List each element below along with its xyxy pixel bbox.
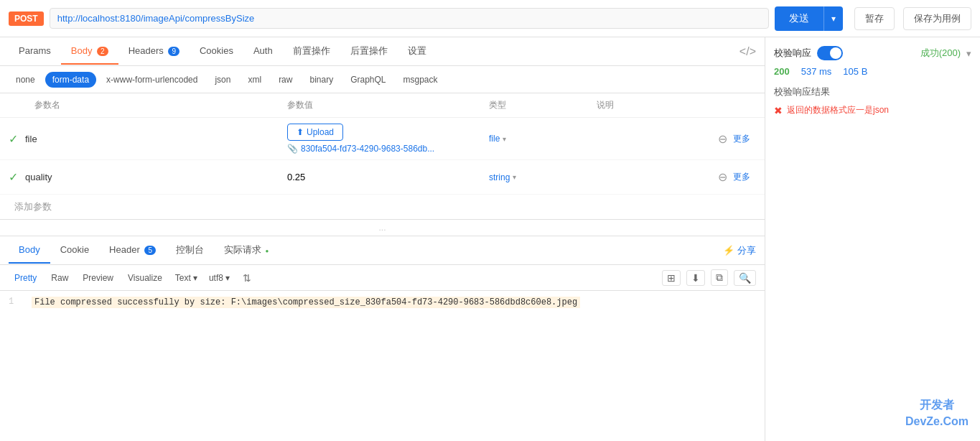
response-tab-nav: Body Cookie Header 5 控制台 实际请求 ● ⚡ 分享 <box>0 236 765 265</box>
save-draft-button[interactable]: 暂存 <box>854 7 895 30</box>
file-link: 📎 830fa504-fd73-4290-9683-586db... <box>287 144 477 154</box>
param-actions-file: ⊖ 更多 <box>699 132 756 146</box>
params-table-header: 参数名 参数值 类型 说明 <box>0 93 765 118</box>
response-tab-cookie[interactable]: Cookie <box>50 237 99 264</box>
format-sort-icon[interactable]: ⇅ <box>243 272 251 284</box>
response-tab-header[interactable]: Header 5 <box>99 237 166 264</box>
url-bar: POST 发送 ▾ 暂存 保存为用例 <box>0 0 980 37</box>
drag-handle[interactable]: ... <box>0 220 765 236</box>
param-value-file: ⬆ Upload 📎 830fa504-fd73-4290-9683-586db… <box>281 124 483 154</box>
chevron-icon-file: ▾ <box>503 135 506 143</box>
tab-settings[interactable]: 设置 <box>398 37 437 66</box>
download-icon[interactable]: ⬇ <box>686 270 705 286</box>
format-pretty[interactable]: Pretty <box>9 271 42 285</box>
body-type-none[interactable]: none <box>9 72 42 88</box>
tab-body[interactable]: Body 2 <box>61 38 118 65</box>
check-icon-quality[interactable]: ✓ <box>9 170 18 184</box>
type-select-file[interactable]: file ▾ <box>489 134 585 144</box>
verify-toggle[interactable] <box>817 46 843 60</box>
header-badge: 5 <box>144 246 156 255</box>
success-badge: 成功(200) <box>920 47 961 60</box>
url-input[interactable] <box>50 8 769 29</box>
response-tab-body[interactable]: Body <box>9 237 50 264</box>
code-view-icon[interactable]: </> <box>739 45 756 58</box>
top-actions: 暂存 保存为用例 <box>854 7 971 30</box>
code-line-1: 1 File compressed successfully by size: … <box>9 297 756 308</box>
col-param-name: 参数名 <box>9 99 281 111</box>
save-as-example-button[interactable]: 保存为用例 <box>903 7 971 30</box>
format-preview[interactable]: Preview <box>77 271 119 285</box>
main-content: Params Body 2 Headers 9 Cookies Auth 前置操… <box>0 37 980 441</box>
format-raw[interactable]: Raw <box>45 271 74 285</box>
right-panel: 校验响应 成功(200) ▾ 200 537 ms 105 B 校验响应结果 ✖… <box>765 37 980 441</box>
error-icon: ✖ <box>774 105 783 116</box>
code-text: File compressed successfully by size: F:… <box>32 297 580 308</box>
body-type-xml[interactable]: xml <box>241 72 269 88</box>
param-check-file: ✓ file <box>9 132 281 146</box>
param-row-quality: ✓ quality string ▾ ⊖ 更多 <box>0 160 765 195</box>
remove-param-file[interactable]: ⊖ <box>718 132 727 146</box>
more-options-quality[interactable]: 更多 <box>733 171 750 183</box>
chevron-enc-icon: ▾ <box>225 273 230 283</box>
verify-error: ✖ 返回的数据格式应一是json <box>774 104 971 116</box>
tab-headers[interactable]: Headers 9 <box>118 38 190 65</box>
tab-post-action[interactable]: 后置操作 <box>340 37 398 66</box>
send-button[interactable]: 发送 <box>775 6 823 31</box>
status-code: 200 <box>774 66 790 77</box>
top-tab-nav: Params Body 2 Headers 9 Cookies Auth 前置操… <box>0 37 765 66</box>
add-param-button[interactable]: 添加参数 <box>0 195 765 219</box>
response-size: 105 B <box>843 66 867 77</box>
send-dropdown-button[interactable]: ▾ <box>823 6 843 31</box>
tab-params[interactable]: Params <box>9 38 61 65</box>
param-name-quality: quality <box>25 172 52 182</box>
text-format-select[interactable]: Text ▾ <box>171 271 202 285</box>
line-number: 1 <box>9 297 23 308</box>
param-check-quality: ✓ quality <box>9 170 281 184</box>
chevron-down-right-icon[interactable]: ▾ <box>966 48 971 59</box>
more-options-file[interactable]: 更多 <box>733 133 750 145</box>
chevron-icon-quality: ▾ <box>513 173 516 181</box>
share-button[interactable]: ⚡ 分享 <box>723 244 756 257</box>
body-type-raw[interactable]: raw <box>271 72 299 88</box>
param-name-file: file <box>25 134 37 144</box>
body-badge: 2 <box>97 47 108 56</box>
body-type-msgpack[interactable]: msgpack <box>396 72 445 88</box>
format-actions: ⊞ ⬇ ⧉ 🔍 <box>662 269 756 286</box>
upload-button[interactable]: ⬆ Upload <box>287 124 343 141</box>
quality-input[interactable] <box>287 172 477 182</box>
verify-row: 校验响应 成功(200) ▾ <box>774 46 971 60</box>
share-icon: ⚡ <box>723 245 734 256</box>
verify-label: 校验响应 <box>774 47 811 60</box>
expand-icon[interactable]: ⊞ <box>662 270 681 286</box>
format-visualize[interactable]: Visualize <box>122 271 168 285</box>
body-type-form-data[interactable]: form-data <box>45 72 96 88</box>
param-type-file: file ▾ <box>483 134 591 144</box>
remove-param-quality[interactable]: ⊖ <box>718 170 727 184</box>
error-message: 返回的数据格式应一是json <box>787 104 889 116</box>
body-type-binary[interactable]: binary <box>302 72 340 88</box>
param-actions-quality: ⊖ 更多 <box>699 170 756 184</box>
type-select-quality[interactable]: string ▾ <box>489 172 585 182</box>
tab-auth[interactable]: Auth <box>243 38 283 65</box>
actual-request-dot: ● <box>266 248 269 254</box>
response-area: Body Cookie Header 5 控制台 实际请求 ● ⚡ 分享 <box>0 236 765 441</box>
search-icon[interactable]: 🔍 <box>734 270 756 286</box>
param-value-quality[interactable] <box>281 172 483 182</box>
params-area: 参数名 参数值 类型 说明 ✓ file ⬆ Upload <box>0 93 765 220</box>
body-type-json[interactable]: json <box>207 72 238 88</box>
verify-result-label: 校验响应结果 <box>774 85 971 98</box>
copy-icon[interactable]: ⧉ <box>711 269 728 286</box>
response-tab-console[interactable]: 控制台 <box>166 236 214 265</box>
method-badge: POST <box>9 11 44 26</box>
response-stats: 200 537 ms 105 B <box>774 66 971 77</box>
col-param-value: 参数值 <box>281 99 483 111</box>
tab-cookies[interactable]: Cookies <box>190 38 243 65</box>
body-type-graphql[interactable]: GraphQL <box>343 72 393 88</box>
response-tab-actual[interactable]: 实际请求 ● <box>214 236 279 265</box>
check-icon-file[interactable]: ✓ <box>9 132 18 146</box>
response-actions: ⚡ 分享 <box>723 244 756 257</box>
encoding-select[interactable]: utf8 ▾ <box>205 271 234 285</box>
tab-pre-action[interactable]: 前置操作 <box>283 37 340 66</box>
param-row-file: ✓ file ⬆ Upload 📎 830fa504-fd73-4290-968… <box>0 118 765 160</box>
body-type-urlencoded[interactable]: x-www-form-urlencoded <box>99 72 205 88</box>
